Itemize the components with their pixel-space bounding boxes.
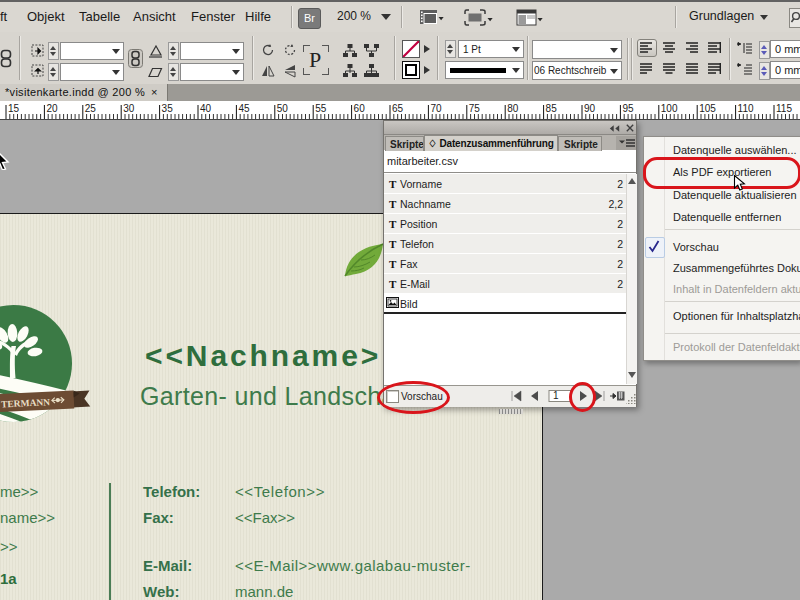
svg-text:110: 110 <box>738 103 754 114</box>
svg-text:40: 40 <box>200 103 212 114</box>
svg-text:25: 25 <box>85 103 97 114</box>
svg-text:20: 20 <box>46 103 58 114</box>
svg-text:55: 55 <box>315 103 327 114</box>
svg-text:65: 65 <box>392 103 404 114</box>
svg-text:100: 100 <box>661 103 678 114</box>
svg-text:30: 30 <box>123 103 135 114</box>
svg-text:95: 95 <box>622 103 634 114</box>
svg-text:50: 50 <box>277 103 289 114</box>
svg-text:105: 105 <box>699 103 716 114</box>
svg-text:75: 75 <box>469 103 481 114</box>
svg-text:90: 90 <box>584 103 596 114</box>
svg-text:80: 80 <box>507 103 519 114</box>
svg-text:70: 70 <box>430 103 442 114</box>
svg-text:15: 15 <box>8 103 20 114</box>
svg-text:60: 60 <box>354 103 366 114</box>
svg-text:85: 85 <box>546 103 558 114</box>
svg-text:115: 115 <box>776 103 792 114</box>
svg-text:35: 35 <box>162 103 174 114</box>
svg-text:1: 1 <box>553 390 559 401</box>
svg-text:45: 45 <box>238 103 250 114</box>
